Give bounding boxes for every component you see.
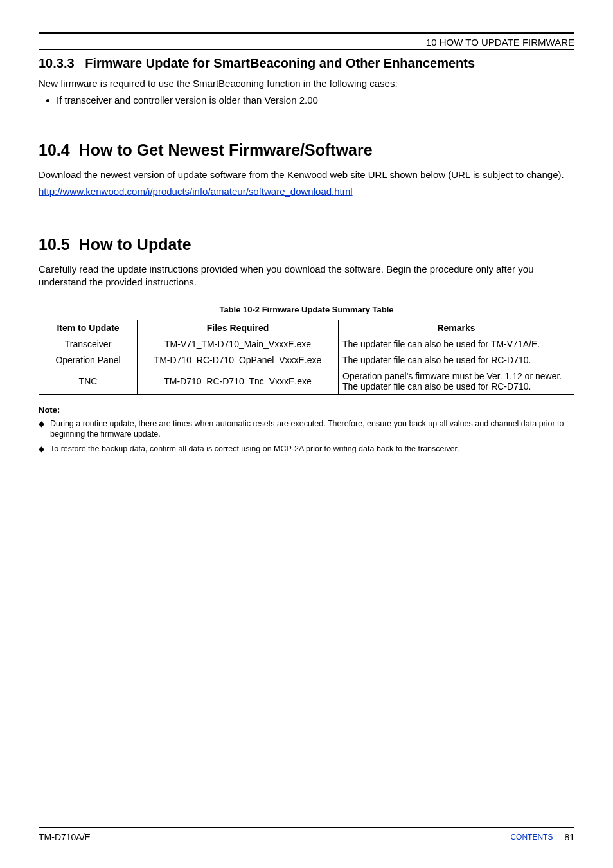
heading-number: 10.4 [39,141,70,159]
under-rule [39,49,574,50]
heading-title: How to Update [79,235,191,253]
table-row: Operation Panel TM-D710_RC-D710_OpPanel_… [39,352,574,368]
heading-title: Firmware Update for SmartBeaconing and O… [85,56,475,70]
page-number: 81 [564,832,574,842]
note-header: Note: [39,405,574,415]
cell-item: TNC [39,368,138,394]
note-text: To restore the backup data, confirm all … [50,444,574,455]
cell-remarks: The updater file can also be used for RC… [339,352,574,368]
note-text: During a routine update, there are times… [50,419,574,440]
paragraph-10-5: Carefully read the update instructions p… [39,263,574,289]
cell-item: Operation Panel [39,352,138,368]
cell-remarks: The updater file can also be used for TM… [339,336,574,352]
cell-files: TM-D710_RC-D710_Tnc_VxxxE.exe [138,368,339,394]
cell-files: TM-V71_TM-D710_Main_VxxxE.exe [138,336,339,352]
diamond-icon: ◆ [39,419,50,440]
link-line-10-4: http://www.kenwood.com/i/products/info/a… [39,185,574,198]
chapter-header: 10 HOW TO UPDATE FIRMWARE [39,37,574,48]
note-item: ◆ During a routine update, there are tim… [39,419,574,440]
firmware-table: Item to Update Files Required Remarks Tr… [39,320,574,395]
th-remarks: Remarks [339,320,574,336]
note-item: ◆ To restore the backup data, confirm al… [39,444,574,455]
paragraph-10-4: Download the newest version of update so… [39,168,574,181]
bullet-item: If transceiver and controller version is… [57,94,574,107]
heading-number: 10.5 [39,235,70,253]
diamond-icon: ◆ [39,444,50,455]
table-row: Transceiver TM-V71_TM-D710_Main_VxxxE.ex… [39,336,574,352]
page-footer: TM-D710A/E CONTENTS 81 [39,827,574,842]
spacer [39,202,574,228]
heading-number: 10.3.3 [39,56,75,70]
heading-10-5: 10.5 How to Update [39,235,574,254]
table-caption: Table 10-2 Firmware Update Summary Table [39,305,574,314]
th-files: Files Required [138,320,339,336]
download-link[interactable]: http://www.kenwood.com/i/products/info/a… [39,186,353,197]
cell-files: TM-D710_RC-D710_OpPanel_VxxxE.exe [138,352,339,368]
th-item: Item to Update [39,320,138,336]
heading-title: How to Get Newest Firmware/Software [79,141,373,159]
intro-10-3-3: New firmware is required to use the Smar… [39,77,574,90]
top-rule-thick [39,32,574,34]
bullet-list-10-3-3: If transceiver and controller version is… [39,94,574,107]
contents-link[interactable]: CONTENTS [510,833,553,842]
cell-remarks: Operation panel's firmware must be Ver. … [339,368,574,394]
table-header-row: Item to Update Files Required Remarks [39,320,574,336]
cell-item: Transceiver [39,336,138,352]
heading-10-4: 10.4 How to Get Newest Firmware/Software [39,141,574,159]
footer-left: TM-D710A/E [39,832,91,842]
heading-10-3-3: 10.3.3 Firmware Update for SmartBeaconin… [39,56,574,71]
table-row: TNC TM-D710_RC-D710_Tnc_VxxxE.exe Operat… [39,368,574,394]
